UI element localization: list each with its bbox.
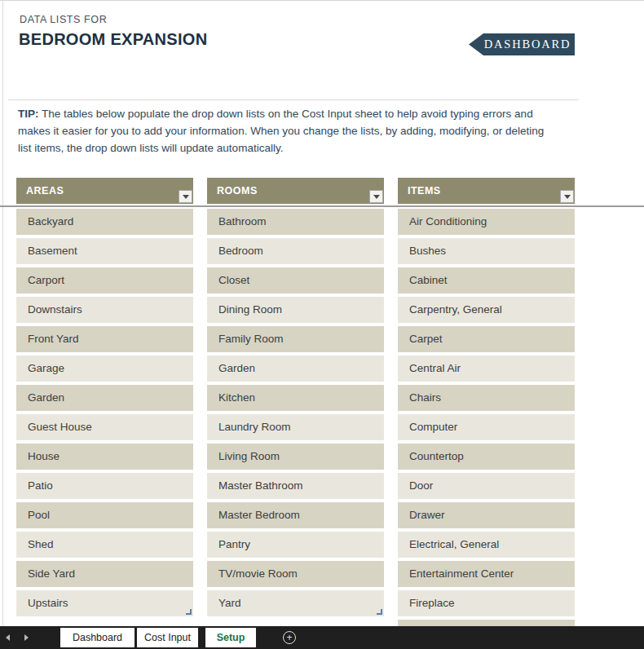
sheet-eyebrow: DATA LISTS FOR <box>20 14 107 25</box>
list-item[interactable]: Chairs <box>398 385 575 411</box>
list-item[interactable]: Front Yard <box>16 326 193 352</box>
areas-table-rows: BackyardBasementCarportDownstairsFront Y… <box>16 209 193 616</box>
list-item[interactable]: Patio <box>16 473 193 499</box>
list-item-partial <box>398 620 575 626</box>
dashboard-button[interactable]: DASHBOARD <box>469 33 575 55</box>
list-item[interactable]: Backyard <box>16 209 193 235</box>
list-item[interactable]: Family Room <box>207 326 384 352</box>
list-item[interactable]: Kitchen <box>207 385 384 411</box>
filter-dropdown-button[interactable] <box>560 190 574 203</box>
list-item[interactable]: Countertop <box>398 444 575 470</box>
list-item[interactable]: Carpet <box>398 326 575 352</box>
items-table: ITEMS Air ConditioningBushesCabinetCarpe… <box>398 178 575 626</box>
list-item[interactable]: Guest House <box>16 414 193 440</box>
list-item[interactable]: Basement <box>16 238 193 264</box>
list-item[interactable]: Dining Room <box>207 297 384 323</box>
sheet-nav-left-icon[interactable] <box>6 634 10 641</box>
sheet-nav-right-icon[interactable] <box>24 634 29 641</box>
list-item[interactable]: Computer <box>398 414 575 440</box>
page-title: BEDROOM EXPANSION <box>19 30 207 49</box>
rooms-table-header-label: ROOMS <box>217 185 258 196</box>
window-left-border <box>2 1 3 626</box>
list-item[interactable]: Pantry <box>207 532 384 558</box>
dashboard-button-label: DASHBOARD <box>484 38 571 51</box>
rooms-table: ROOMS BathroomBedroomClosetDining RoomFa… <box>207 178 384 620</box>
sheet-tab-bar: Dashboard Cost Input Setup + <box>0 626 644 649</box>
list-item[interactable]: Carpentry, General <box>398 297 575 323</box>
chevron-down-icon <box>183 195 189 199</box>
items-table-header-label: ITEMS <box>408 185 441 196</box>
tip-label: TIP: <box>18 108 39 120</box>
list-item[interactable]: Garden <box>207 355 384 382</box>
add-sheet-icon[interactable]: + <box>283 631 296 644</box>
list-item[interactable]: Yard <box>207 590 384 616</box>
areas-table-header-label: AREAS <box>26 185 64 196</box>
list-item[interactable]: Living Room <box>207 444 384 470</box>
tip-line-1: TIP: The tables below populate the drop … <box>18 105 544 122</box>
list-item[interactable]: Master Bedroom <box>207 502 384 528</box>
list-item[interactable]: Garden <box>16 385 193 411</box>
filter-dropdown-button[interactable] <box>369 190 383 203</box>
table-resize-handle[interactable] <box>186 609 192 615</box>
areas-table-header[interactable]: AREAS <box>16 178 193 204</box>
header-divider <box>8 99 579 100</box>
list-item[interactable]: Entertainment Center <box>398 561 575 587</box>
tip-line-2: makes it easier for you to add your info… <box>18 122 544 139</box>
list-item[interactable]: Cabinet <box>398 267 575 294</box>
list-item[interactable]: Bushes <box>398 238 575 264</box>
list-item[interactable]: Air Conditioning <box>398 209 575 235</box>
list-item[interactable]: Bathroom <box>207 209 384 235</box>
list-item[interactable]: Upstairs <box>16 590 193 616</box>
list-item[interactable]: Closet <box>207 267 384 294</box>
list-item[interactable]: Downstairs <box>16 297 193 323</box>
items-table-rows: Air ConditioningBushesCabinetCarpentry, … <box>398 209 575 626</box>
chevron-down-icon <box>564 195 571 199</box>
filter-dropdown-button[interactable] <box>179 190 192 203</box>
list-item[interactable]: Bedroom <box>207 238 384 264</box>
list-item[interactable]: Side Yard <box>16 561 193 587</box>
tip-line-1-text: The tables below populate the drop down … <box>39 108 533 120</box>
items-table-header[interactable]: ITEMS <box>398 178 575 204</box>
list-item[interactable]: Pool <box>16 502 193 528</box>
list-item[interactable]: Shed <box>16 532 193 558</box>
sheet-tab-setup[interactable]: Setup <box>205 628 256 647</box>
window-top-border <box>0 0 644 1</box>
freeze-panes-line <box>0 205 644 207</box>
list-item[interactable]: Electrical, General <box>398 532 575 558</box>
sheet-tab-cost-input[interactable]: Cost Input <box>137 628 198 647</box>
list-item[interactable]: TV/movie Room <box>207 561 384 587</box>
rooms-table-rows: BathroomBedroomClosetDining RoomFamily R… <box>207 209 384 616</box>
list-item[interactable]: Laundry Room <box>207 414 384 440</box>
tip-paragraph: TIP: The tables below populate the drop … <box>18 105 544 157</box>
list-item[interactable]: Drawer <box>398 502 575 528</box>
areas-table: AREAS BackyardBasementCarportDownstairsF… <box>16 178 193 620</box>
list-item[interactable]: Central Air <box>398 355 575 382</box>
sheet-tab-dashboard[interactable]: Dashboard <box>60 628 135 647</box>
table-resize-handle[interactable] <box>377 609 382 615</box>
list-item[interactable]: Fireplace <box>398 590 575 616</box>
list-item[interactable]: House <box>16 444 193 470</box>
list-item[interactable]: Carport <box>16 267 193 294</box>
chevron-down-icon <box>373 195 380 199</box>
tip-line-3: list items, the drop down lists will upd… <box>18 139 544 157</box>
list-item[interactable]: Garage <box>16 355 193 382</box>
rooms-table-header[interactable]: ROOMS <box>207 178 384 204</box>
list-item[interactable]: Door <box>398 473 575 499</box>
list-item[interactable]: Master Bathroom <box>207 473 384 499</box>
